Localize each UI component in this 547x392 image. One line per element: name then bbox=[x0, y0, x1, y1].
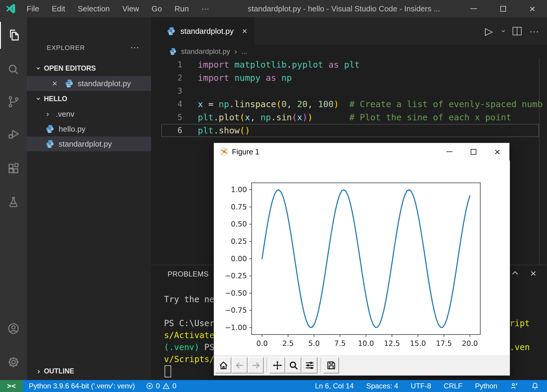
menu-selection[interactable]: Selection bbox=[72, 0, 116, 17]
breadcrumb[interactable]: standardplot.py › ... bbox=[151, 45, 547, 58]
python-file-icon bbox=[168, 48, 177, 55]
panel-maximize-chevron-icon[interactable] bbox=[510, 269, 519, 278]
menu-edit[interactable]: Edit bbox=[45, 0, 72, 17]
code-line-5[interactable]: 5plt.plot(x, np.sin(x)) # Plot the sine … bbox=[151, 111, 547, 124]
settings-gear-icon[interactable] bbox=[0, 349, 27, 376]
open-editor-item-standardplot[interactable]: × standardplot.py bbox=[27, 76, 151, 91]
code-area[interactable]: 1import matplotlib.pyplot as plt2import … bbox=[151, 58, 547, 137]
figure-title: Figure 1 bbox=[232, 148, 259, 156]
eol-status[interactable]: CRLF bbox=[444, 382, 463, 390]
cursor-position-status[interactable]: Ln 6, Col 14 bbox=[315, 382, 353, 390]
forward-button[interactable] bbox=[248, 357, 264, 373]
tree-item-venv[interactable]: › .venv bbox=[27, 107, 151, 121]
vscode-window: FileEditSelectionViewGoRun··· standardpl… bbox=[0, 0, 547, 392]
code-text: import numpy as np bbox=[198, 73, 292, 83]
figure-window-controls: × bbox=[437, 143, 509, 160]
chevron-down-icon: › bbox=[34, 67, 43, 70]
svg-text:0.0: 0.0 bbox=[256, 339, 268, 348]
chevron-right-icon: › bbox=[37, 367, 40, 376]
figure-close-button[interactable]: × bbox=[485, 143, 509, 160]
svg-text:−1.00: −1.00 bbox=[225, 323, 247, 332]
code-line-3[interactable]: 3 bbox=[151, 84, 547, 98]
code-line-2[interactable]: 2import numpy as np bbox=[151, 71, 547, 84]
indentation-status[interactable]: Spaces: 4 bbox=[366, 382, 398, 390]
tab-strip: standardplot.py × ▷ › ··· bbox=[151, 17, 547, 45]
figure-maximize-button[interactable] bbox=[461, 143, 485, 160]
tab-close-icon[interactable]: × bbox=[242, 26, 247, 36]
figure-minimize-button[interactable] bbox=[437, 143, 461, 160]
svg-text:0.50: 0.50 bbox=[231, 220, 247, 228]
panel-close-icon[interactable]: × bbox=[530, 269, 536, 278]
code-line-1[interactable]: 1import matplotlib.pyplot as plt bbox=[151, 58, 547, 71]
accounts-icon[interactable] bbox=[0, 315, 27, 342]
back-button[interactable] bbox=[232, 357, 247, 373]
error-icon bbox=[146, 382, 154, 390]
save-button[interactable] bbox=[323, 357, 339, 373]
breadcrumb-more[interactable]: ... bbox=[241, 47, 247, 56]
extensions-icon[interactable] bbox=[0, 155, 27, 182]
minimize-button[interactable] bbox=[459, 0, 488, 17]
pan-button[interactable] bbox=[269, 357, 285, 373]
run-and-debug-icon[interactable] bbox=[0, 121, 27, 148]
editor-actions: ▷ › ··· bbox=[485, 17, 547, 45]
svg-text:−0.50: −0.50 bbox=[225, 289, 247, 297]
split-editor-icon[interactable] bbox=[513, 27, 522, 35]
terminal-line: PS C:\User bbox=[164, 317, 215, 329]
breadcrumb-separator: › bbox=[234, 47, 237, 56]
search-icon[interactable] bbox=[0, 56, 27, 83]
notifications-bell-icon[interactable] bbox=[531, 382, 539, 390]
terminal-line-fragment: .ven bbox=[510, 341, 530, 353]
figure-canvas: 0.02.55.07.510.012.515.017.520.01.000.75… bbox=[214, 160, 510, 355]
configure-subplots-button[interactable] bbox=[302, 357, 317, 373]
panel-tab-problems[interactable]: PROBLEMS bbox=[168, 270, 209, 278]
terminal-line: Try the ne bbox=[164, 294, 215, 306]
outline-header[interactable]: › OUTLINE bbox=[27, 364, 151, 378]
folder-header-hello[interactable]: › HELLO bbox=[27, 92, 151, 105]
editor-more-actions-icon[interactable]: ··· bbox=[529, 26, 539, 36]
code-line-6[interactable]: 6plt.show() bbox=[151, 124, 547, 137]
python-file-icon bbox=[65, 79, 74, 88]
code-text: x = np.linspace(0, 20, 100) # Create a l… bbox=[198, 99, 543, 109]
menu-view[interactable]: View bbox=[116, 0, 145, 17]
menu-go[interactable]: Go bbox=[145, 0, 168, 17]
zoom-button[interactable] bbox=[285, 357, 301, 373]
open-editors-header[interactable]: › OPEN EDITORS bbox=[27, 62, 151, 75]
activity-bar bbox=[0, 17, 27, 380]
matplotlib-figure-window[interactable]: Figure 1 × 0.02.55.07.510.012.515.017.52… bbox=[214, 143, 510, 375]
remote-indicator[interactable]: >< bbox=[0, 380, 23, 392]
close-icon[interactable]: × bbox=[52, 79, 57, 88]
feedback-person-icon[interactable] bbox=[510, 382, 518, 390]
close-button[interactable]: × bbox=[518, 0, 547, 17]
run-button[interactable]: ▷ bbox=[485, 25, 493, 37]
tab-label: standardplot.py bbox=[180, 27, 234, 36]
breadcrumb-file[interactable]: standardplot.py bbox=[181, 47, 230, 56]
problems-summary[interactable]: 0 0 bbox=[146, 382, 177, 390]
menu-run[interactable]: Run bbox=[168, 0, 195, 17]
explorer-icon[interactable] bbox=[0, 22, 27, 49]
tree-item-hello-py[interactable]: hello.py bbox=[27, 121, 151, 136]
menu-more[interactable]: ··· bbox=[195, 0, 215, 17]
matplotlib-icon bbox=[219, 147, 229, 157]
python-file-icon bbox=[167, 27, 176, 36]
line-number: 3 bbox=[163, 86, 182, 95]
svg-text:1.00: 1.00 bbox=[231, 186, 247, 194]
code-line-4[interactable]: 4x = np.linspace(0, 20, 100) # Create a … bbox=[151, 98, 547, 111]
figure-title-bar[interactable]: Figure 1 × bbox=[214, 143, 509, 160]
encoding-status[interactable]: UTF-8 bbox=[411, 382, 431, 390]
code-text: plt.show() bbox=[198, 125, 250, 136]
svg-text:10.0: 10.0 bbox=[358, 339, 374, 348]
python-interpreter-status[interactable]: Python 3.9.6 64-bit ('.venv': venv) bbox=[29, 382, 135, 390]
tab-standardplot-py[interactable]: standardplot.py × bbox=[151, 17, 254, 45]
home-button[interactable] bbox=[215, 357, 231, 373]
run-dropdown-chevron-icon[interactable]: › bbox=[499, 30, 508, 32]
source-control-icon[interactable] bbox=[0, 88, 27, 115]
language-mode-status[interactable]: Python bbox=[475, 382, 497, 390]
svg-text:5.0: 5.0 bbox=[308, 339, 320, 348]
tree-item-standardplot-py[interactable]: standardplot.py bbox=[27, 136, 151, 151]
menu-file[interactable]: File bbox=[20, 0, 45, 17]
terminal-line-fragment: ript bbox=[510, 317, 530, 329]
maximize-button[interactable] bbox=[488, 0, 518, 17]
sidebar-more-actions[interactable]: ··· bbox=[130, 42, 139, 54]
testing-icon[interactable] bbox=[0, 189, 27, 216]
svg-text:20.0: 20.0 bbox=[462, 339, 478, 348]
